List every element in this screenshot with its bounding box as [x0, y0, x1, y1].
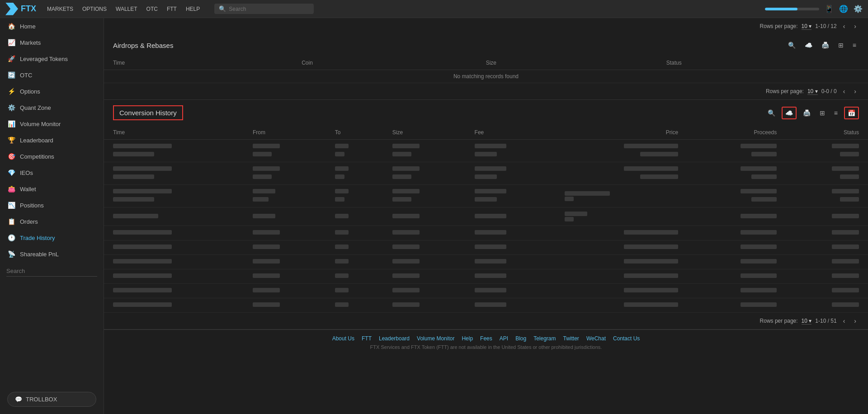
footer-fees[interactable]: Fees [480, 335, 492, 342]
rows-per-page-value-top[interactable]: 10 ▾ [802, 23, 812, 30]
sidebar-item-otc[interactable]: 🔄 OTC [0, 67, 104, 83]
table-cell [466, 207, 556, 226]
table-row [104, 207, 868, 226]
conv-prev-btn[interactable]: ‹ [840, 316, 848, 325]
settings-icon[interactable]: ⚙️ [854, 5, 863, 13]
airdrops-print-btn[interactable]: 🖨️ [819, 40, 832, 51]
footer-volume-monitor[interactable]: Volume Monitor [417, 335, 454, 342]
airdrops-col-status: Status [657, 56, 868, 70]
table-cell [466, 185, 556, 207]
search-bar[interactable]: 🔍 [214, 4, 314, 14]
airdrops-rows-value[interactable]: 10 ▾ [807, 88, 818, 95]
language-icon[interactable]: 🌐 [839, 5, 848, 13]
conversion-filter-btn[interactable]: ≡ [831, 108, 840, 118]
conversion-print-btn[interactable]: 🖨️ [800, 108, 813, 118]
nav-otc[interactable]: OTC [146, 6, 158, 12]
footer-leaderboard[interactable]: Leaderboard [379, 335, 410, 342]
airdrops-next-btn[interactable]: › [851, 87, 859, 96]
table-cell [326, 255, 383, 269]
sidebar-item-competitions[interactable]: 🎯 Competitions [0, 148, 104, 165]
conversion-pagination: Rows per page: 10 ▾ 1-10 / 51 ‹ › [104, 313, 868, 329]
airdrops-columns-btn[interactable]: ⊞ [835, 40, 846, 51]
airdrops-prev-btn[interactable]: ‹ [840, 87, 848, 96]
table-cell [326, 269, 383, 284]
footer-about-us[interactable]: About Us [332, 335, 354, 342]
sidebar-item-markets[interactable]: 📈 Markets [0, 34, 104, 51]
footer-twitter[interactable]: Twitter [563, 335, 579, 342]
search-input[interactable] [229, 6, 309, 12]
conv-pagination-info: 1-10 / 51 [815, 318, 836, 324]
prev-page-btn-top[interactable]: ‹ [840, 22, 848, 31]
table-cell [786, 185, 868, 207]
table-cell [326, 298, 383, 313]
conv-col-fee: Fee [466, 126, 556, 140]
table-cell [687, 207, 786, 226]
sidebar-item-positions[interactable]: 📉 Positions [0, 197, 104, 213]
sidebar-label-positions: Positions [20, 202, 44, 209]
conv-col-to: To [326, 126, 383, 140]
logo-icon [5, 3, 18, 15]
airdrops-tools: 🔍 ☁️ 🖨️ ⊞ ≡ [785, 40, 859, 51]
footer-contact-us[interactable]: Contact Us [613, 335, 640, 342]
nav-options[interactable]: OPTIONS [82, 6, 107, 12]
table-cell [687, 240, 786, 255]
table-cell [326, 140, 383, 162]
footer-help[interactable]: Help [462, 335, 473, 342]
trollbox-button[interactable]: 💬 TROLLBOX [7, 392, 96, 407]
nav-ftt[interactable]: FTT [167, 6, 177, 12]
logo[interactable]: FTX [5, 3, 36, 15]
sidebar-item-leaderboard[interactable]: 🏆 Leaderboard [0, 132, 104, 148]
sidebar-label-otc: OTC [20, 72, 32, 79]
airdrops-filter-btn[interactable]: ≡ [850, 40, 859, 51]
rows-per-page-label-top: Rows per page: [760, 23, 798, 29]
sidebar-search[interactable] [0, 262, 104, 280]
sidebar-item-leveraged-tokens[interactable]: 🚀 Leveraged Tokens [0, 51, 104, 67]
conversion-calendar-btn[interactable]: 📅 [844, 107, 859, 119]
airdrops-pagination-info: 0-0 / 0 [821, 88, 837, 94]
nav-help[interactable]: HELP [186, 6, 200, 12]
table-cell [687, 298, 786, 313]
conversion-download-btn[interactable]: ☁️ [782, 107, 797, 119]
table-cell [687, 185, 786, 207]
table-cell [104, 298, 244, 313]
footer-telegram[interactable]: Telegram [533, 335, 556, 342]
sidebar-item-orders[interactable]: 📋 Orders [0, 213, 104, 230]
mobile-icon[interactable]: 📱 [825, 5, 834, 13]
next-page-btn-top[interactable]: › [851, 22, 859, 31]
sidebar-label-volume-monitor: Volume Monitor [20, 121, 61, 127]
airdrops-download-btn[interactable]: ☁️ [802, 40, 815, 51]
sidebar-item-home[interactable]: 🏠 Home [0, 18, 104, 34]
table-cell [687, 269, 786, 284]
nav-markets[interactable]: MARKETS [47, 6, 73, 12]
nav-wallet[interactable]: WALLET [116, 6, 137, 12]
sidebar-item-quant-zone[interactable]: ⚙️ Quant Zone [0, 99, 104, 116]
table-cell [466, 284, 556, 298]
airdrops-section: Airdrops & Rebases 🔍 ☁️ 🖨️ ⊞ ≡ Time Coin [104, 34, 868, 100]
footer-ftt[interactable]: FTT [362, 335, 372, 342]
table-row [104, 269, 868, 284]
airdrops-search-btn[interactable]: 🔍 [785, 40, 798, 51]
sidebar-item-volume-monitor[interactable]: 📊 Volume Monitor [0, 116, 104, 132]
sidebar-item-shareable-pnl[interactable]: 📡 Shareable PnL [0, 246, 104, 262]
sidebar-item-options[interactable]: ⚡ Options [0, 83, 104, 99]
progress-bar [765, 8, 819, 10]
sidebar-label-ieos: IEOs [20, 169, 33, 176]
conversion-search-btn[interactable]: 🔍 [765, 108, 778, 118]
conv-next-btn[interactable]: › [851, 316, 859, 325]
footer-api[interactable]: API [500, 335, 508, 342]
sidebar-search-input[interactable] [6, 266, 97, 277]
sidebar-item-trade-history[interactable]: 🕐 Trade History [0, 230, 104, 246]
conv-col-size: Size [383, 126, 466, 140]
footer-blog[interactable]: Blog [515, 335, 526, 342]
footer-wechat[interactable]: WeChat [586, 335, 606, 342]
table-cell [326, 240, 383, 255]
conversion-columns-btn[interactable]: ⊞ [817, 108, 828, 118]
airdrops-col-size: Size [477, 56, 657, 70]
competitions-icon: 🎯 [7, 152, 15, 160]
sidebar-item-ieos[interactable]: 💎 IEOs [0, 165, 104, 181]
table-cell [326, 185, 383, 207]
airdrops-col-time: Time [104, 56, 292, 70]
sidebar-item-wallet[interactable]: 👛 Wallet [0, 181, 104, 197]
conv-rows-value[interactable]: 10 ▾ [802, 318, 812, 325]
table-cell [244, 140, 326, 162]
